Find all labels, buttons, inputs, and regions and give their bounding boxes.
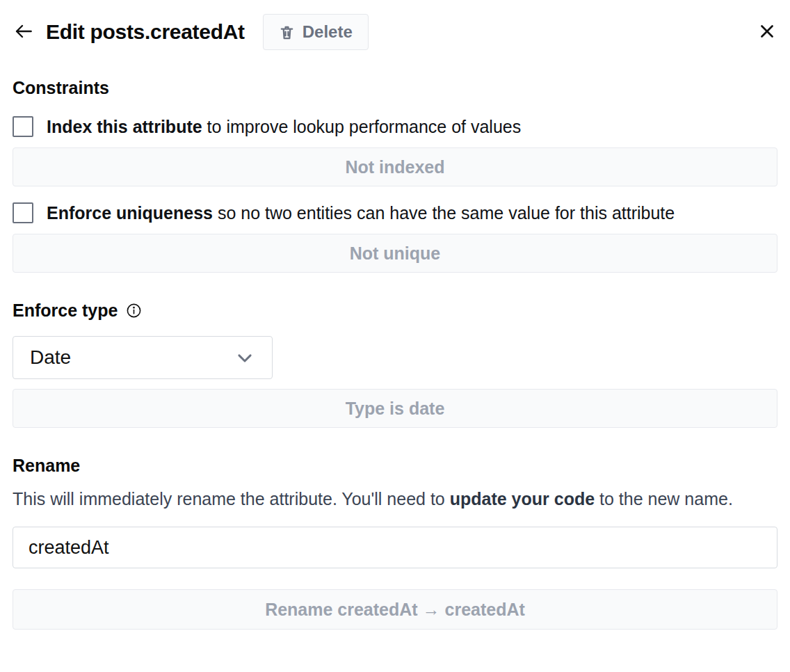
enforce-type-heading-row: Enforce type bbox=[13, 301, 777, 320]
back-button[interactable] bbox=[13, 20, 35, 45]
x-icon bbox=[757, 21, 777, 44]
index-constraint-row: Index this attribute to improve lookup p… bbox=[13, 115, 777, 138]
rename-input[interactable] bbox=[13, 527, 777, 568]
type-select-value: Date bbox=[30, 346, 71, 369]
index-status-button: Not indexed bbox=[13, 147, 777, 186]
delete-button[interactable]: Delete bbox=[263, 14, 369, 50]
close-button[interactable] bbox=[757, 21, 777, 44]
chevron-down-icon bbox=[234, 347, 255, 368]
header: Edit posts.createdAt Delete bbox=[13, 14, 777, 50]
edit-attribute-panel: Edit posts.createdAt Delete Constraints … bbox=[0, 14, 790, 630]
arrow-left-icon bbox=[13, 20, 35, 45]
type-status-button: Type is date bbox=[13, 389, 777, 428]
info-circle-icon[interactable] bbox=[126, 303, 142, 319]
unique-checkbox-label: Enforce uniqueness so no two entities ca… bbox=[47, 202, 675, 224]
type-select[interactable]: Date bbox=[13, 336, 273, 379]
unique-constraint-row: Enforce uniqueness so no two entities ca… bbox=[13, 202, 777, 224]
trash-icon bbox=[279, 24, 295, 40]
enforce-type-heading: Enforce type bbox=[13, 301, 118, 320]
rename-heading: Rename bbox=[13, 456, 777, 475]
page-title: Edit posts.createdAt bbox=[46, 20, 245, 44]
rename-description: This will immediately rename the attribu… bbox=[13, 485, 777, 513]
constraints-heading: Constraints bbox=[13, 78, 777, 97]
index-checkbox-label: Index this attribute to improve lookup p… bbox=[47, 115, 521, 138]
index-checkbox[interactable] bbox=[13, 116, 33, 137]
delete-button-label: Delete bbox=[303, 22, 353, 42]
unique-status-button: Not unique bbox=[13, 234, 777, 273]
rename-submit-button: Rename createdAt → createdAt bbox=[13, 589, 777, 630]
unique-checkbox[interactable] bbox=[13, 202, 33, 223]
